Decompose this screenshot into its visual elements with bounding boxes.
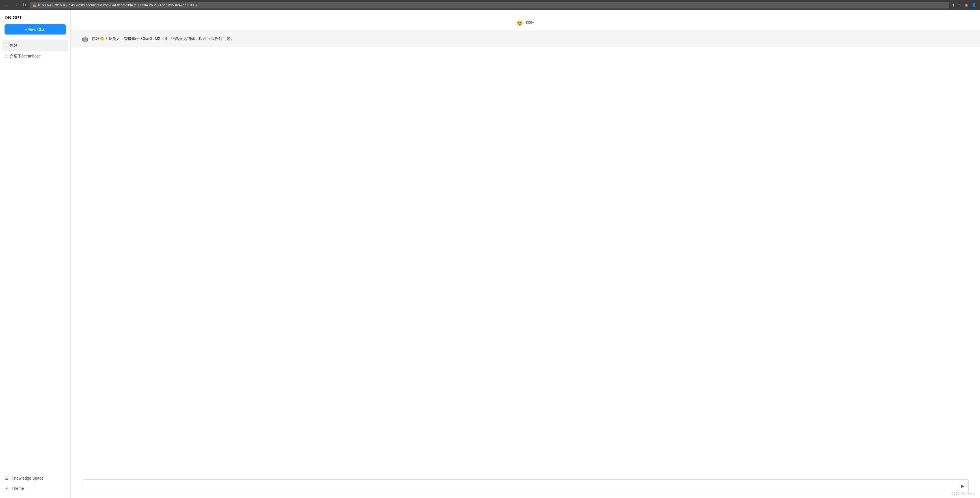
user-message-icon: 😊 <box>517 20 523 26</box>
chat-icon-2: □ <box>5 54 7 59</box>
input-container: ▶ <box>82 479 969 492</box>
chat-input[interactable] <box>82 480 957 492</box>
star-icon[interactable]: ☆ <box>958 3 962 8</box>
chat-label-2: 介绍下oceanbase <box>10 54 65 59</box>
browser-chrome: ← → ↻ 🔒 u158074-8cfc-50173945.westa.seet… <box>0 0 980 10</box>
url-text: u158074-8cfc-50173945.westa.seetacloud.c… <box>38 3 947 7</box>
ai-message-text: 你好👋！我是人工智能助手 ChatGLM2–6B，很高兴见到你，欢迎问我任何问题… <box>92 35 235 42</box>
share-icon[interactable]: ⬆ <box>951 3 955 8</box>
user-message-1: 😊 你好 <box>71 16 980 30</box>
main-content: 😊 你好 🤖 你好👋！我是人工智能助手 ChatGLM2–6B，很高兴见到你，欢… <box>71 10 980 498</box>
theme-icon: ☀ <box>5 486 9 491</box>
forward-button[interactable]: → <box>13 2 19 8</box>
knowledge-space-icon: ☰ <box>5 476 9 480</box>
app-title: DB-GPT <box>5 15 66 21</box>
back-button[interactable]: ← <box>3 2 10 8</box>
knowledge-space-label: Knowledge Space <box>11 476 43 480</box>
send-button[interactable]: ▶ <box>957 480 969 492</box>
user-message-text: 你好 <box>526 20 534 25</box>
new-chat-button[interactable]: + New Chat <box>5 24 66 35</box>
lock-icon: 🔒 <box>32 3 37 7</box>
chat-area: 😊 你好 🤖 你好👋！我是人工智能助手 ChatGLM2–6B，很高兴见到你，欢… <box>71 10 980 475</box>
sidebar-item-theme[interactable]: ☀ Theme <box>2 483 68 493</box>
refresh-button[interactable]: ↻ <box>21 2 27 8</box>
address-bar[interactable]: 🔒 u158074-8cfc-50173945.westa.seetacloud… <box>30 2 949 8</box>
profile-icon[interactable]: 👤 <box>971 3 977 8</box>
tab-icon[interactable]: ▣ <box>964 3 969 8</box>
sidebar-item-knowledge-space[interactable]: ☰ Knowledge Space <box>2 473 68 483</box>
sidebar-bottom: ☰ Knowledge Space ☀ Theme <box>0 470 70 498</box>
sidebar-divider <box>0 468 70 468</box>
browser-actions: ⬆ ☆ ▣ 👤 <box>951 3 977 8</box>
sidebar-header: DB-GPT + New Chat <box>0 10 70 38</box>
chat-label-1: 你好 <box>10 43 65 48</box>
ai-message-icon: 🤖 <box>82 36 88 42</box>
chat-icon-1: □ <box>5 43 7 48</box>
input-area: ▶ <box>71 475 980 498</box>
watermark: CSDN 像用造物主 <box>951 492 977 496</box>
chat-item-2[interactable]: □ 介绍下oceanbase <box>2 51 68 62</box>
ai-message-1: 🤖 你好👋！我是人工智能助手 ChatGLM2–6B，很高兴见到你，欢迎问我任何… <box>71 30 980 47</box>
sidebar: DB-GPT + New Chat □ 你好 □ 介绍下oceanbase ☰ … <box>0 10 71 498</box>
chat-item-1[interactable]: □ 你好 <box>2 40 68 51</box>
theme-label: Theme <box>11 486 24 491</box>
chat-list: □ 你好 □ 介绍下oceanbase <box>0 38 70 466</box>
app-container: DB-GPT + New Chat □ 你好 □ 介绍下oceanbase ☰ … <box>0 10 980 498</box>
